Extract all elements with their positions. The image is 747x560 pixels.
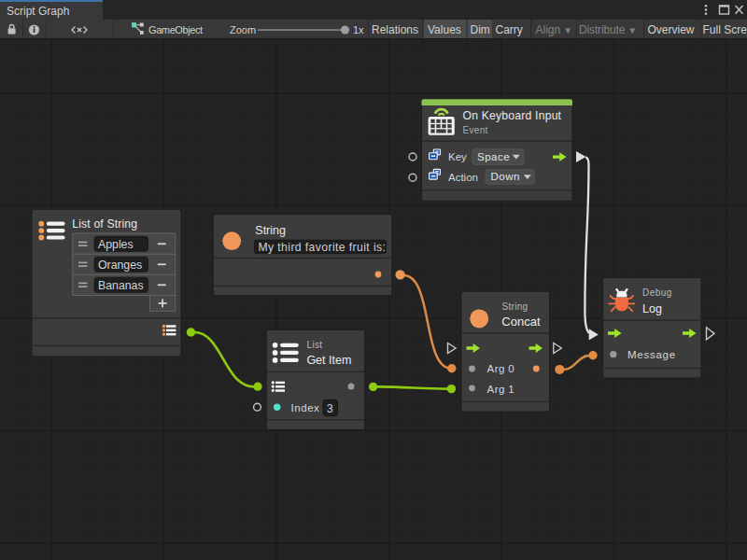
svg-text:Debug: Debug [642,287,672,298]
svg-text:Key: Key [448,151,467,162]
svg-text:Index: Index [291,402,320,413]
svg-text:Concat: Concat [501,315,541,329]
svg-text:Apples: Apples [98,238,134,251]
svg-text:Get Item: Get Item [306,354,351,367]
svg-text:String: String [502,301,529,312]
svg-text:3: 3 [327,402,333,415]
svg-text:Event: Event [463,125,488,135]
svg-text:Action: Action [448,172,478,183]
svg-text:Down: Down [491,171,520,182]
svg-text:Arg 0: Arg 0 [487,363,515,374]
svg-text:List of String: List of String [72,217,137,231]
svg-text:Bananas: Bananas [98,279,144,292]
svg-text:Space: Space [477,151,510,162]
svg-text:Arg 1: Arg 1 [487,384,515,395]
svg-text:My third favorite fruit is:: My third favorite fruit is: [259,241,387,254]
svg-text:String: String [255,224,286,237]
svg-text:Oranges: Oranges [98,259,142,272]
svg-text:List: List [307,340,323,350]
svg-text:Log: Log [642,302,662,315]
svg-text:On Keyboard Input: On Keyboard Input [463,109,562,122]
svg-text:Message: Message [627,349,676,360]
